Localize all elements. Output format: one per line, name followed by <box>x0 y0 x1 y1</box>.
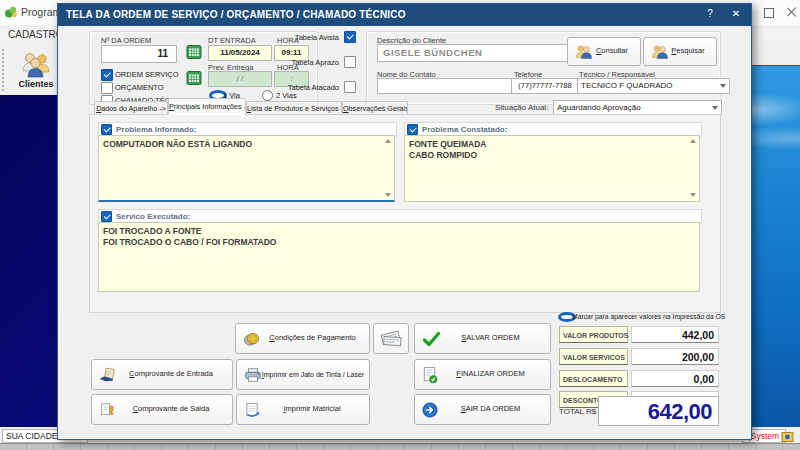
tecnico-select[interactable]: TECNICO F QUADRADO <box>577 78 730 94</box>
scroll-up-icon[interactable] <box>690 139 696 143</box>
chevron-down-icon <box>720 84 726 88</box>
cheque-button[interactable] <box>373 323 409 354</box>
tab-dados-aparelho[interactable]: Dados do Aparelho -> <box>94 101 168 115</box>
cheque-icon <box>379 328 403 349</box>
via2-radio[interactable] <box>262 90 273 101</box>
scroll-down-icon[interactable] <box>385 193 391 197</box>
client-group: Descrição do Cliente GISELE BÜNDCHEN Con… <box>366 31 721 105</box>
imprimir-matricial-button[interactable]: Imprimir Matricial <box>236 394 370 425</box>
hand-give-icon <box>99 402 115 418</box>
problema-constatado-label: Problema Constatado: <box>422 125 507 134</box>
tabela-atacado-checkbox[interactable] <box>344 81 356 93</box>
check-icon <box>422 331 441 346</box>
telefone-field[interactable]: (77)77777-7788 <box>511 78 579 94</box>
situacao-value: Aguardando Aprovação <box>557 103 641 112</box>
pesquisar-label: Pesquisar <box>655 47 704 55</box>
calendar-icon[interactable] <box>186 70 202 90</box>
condicoes-pagamento-button[interactable]: Condições de Pagamento <box>235 323 370 354</box>
document-check-icon <box>422 366 438 383</box>
service-order-dialog: TELA DA ORDEM DE SERVIÇO / ORÇAMENTO / C… <box>57 3 752 440</box>
tabela-aprazo-label: Tabela Aprazo <box>273 58 339 67</box>
salvar-ordem-button[interactable]: SALVAR ORDEM <box>414 323 551 354</box>
calendar-icon[interactable] <box>186 44 202 64</box>
valor-servicos-label: VALOR SERVICOS <box>559 348 628 365</box>
tecnico-value: TECNICO F QUADRADO <box>581 81 673 90</box>
desktop-wallpaper <box>750 65 800 428</box>
total-label: TOTAL R$ <box>559 407 596 416</box>
close-icon[interactable] <box>786 6 798 18</box>
total-value: 642,00 <box>598 396 719 426</box>
help-button[interactable]: ? <box>702 8 718 22</box>
marcar-valores-label: Marcar para aparecer valores na Impressã… <box>572 313 725 320</box>
taskbar[interactable] <box>0 443 800 450</box>
order-number-label: Nº DA ORDEM <box>101 36 151 45</box>
tabela-avista-checkbox[interactable] <box>344 31 356 43</box>
prev-entrega-field[interactable]: / / <box>208 71 272 87</box>
comprovante-saida-button[interactable]: Comprovante de Saida <box>91 394 233 425</box>
mdi-background-left <box>0 95 57 427</box>
chevron-down-icon <box>712 106 718 110</box>
valor-servicos-value[interactable]: 200,00 <box>631 348 719 365</box>
servico-executado-label: Servico Executado: <box>116 212 190 221</box>
situacao-label: Situação Atual: <box>495 103 548 112</box>
order-number-input[interactable]: 11 <box>101 45 177 63</box>
imprimir-matricial-label: Imprimir Matricial <box>265 405 340 413</box>
imprimir-jato-button[interactable]: Imprimir em Jato de Tinta / Laser <box>236 359 370 390</box>
servico-executado-checkbox[interactable] <box>101 211 112 222</box>
ordem-servico-label: ORDEM SERVIÇO <box>115 70 179 79</box>
order-group: Nº DA ORDEM 11 ORDEM SERVIÇO ORÇAMENTO C… <box>89 31 318 105</box>
tab-content-panel: Problema Informado: COMPUTADOR NÃO ESTÁ … <box>89 114 721 313</box>
hand-receive-icon <box>99 367 117 383</box>
dt-entrada-field[interactable]: 11/05/2024 <box>208 45 272 61</box>
cliente-desc-input[interactable]: GISELE BÜNDCHEN <box>377 44 569 62</box>
people-icon <box>575 44 592 59</box>
tabela-aprazo-checkbox[interactable] <box>344 56 356 68</box>
ordem-servico-checkbox[interactable] <box>101 69 113 81</box>
imprimir-jato-label: Imprimir em Jato de Tinta / Laser <box>242 371 364 379</box>
coins-icon <box>243 331 261 347</box>
via2-label: 2 Vias <box>276 91 297 100</box>
finalizar-ordem-button[interactable]: FINALIZAR ORDEM <box>414 359 551 390</box>
salvar-label: SALVAR ORDEM <box>445 334 520 342</box>
consultar-button[interactable]: Consultar <box>567 37 641 66</box>
clients-icon <box>21 52 51 78</box>
sair-label: SAIR DA ORDEM <box>445 405 521 413</box>
tabela-atacado-label: Tabela Atacado <box>273 83 339 92</box>
comprovante-entrada-button[interactable]: Comprovante de Entrada <box>91 359 233 390</box>
problema-informado-label: Problema Informado: <box>116 125 196 134</box>
tab-observacoes[interactable]: Observações Gerais <box>342 101 408 115</box>
problema-constatado-checkbox[interactable] <box>407 124 418 135</box>
people-search-icon <box>651 44 668 59</box>
problema-constatado-textarea[interactable]: FONTE QUEIMADA CABO ROMPIDO <box>404 135 700 202</box>
servico-executado-textarea[interactable]: FOI TROCADO A FONTE FOI TROCADO O CABO /… <box>98 222 700 292</box>
deslocamento-label: DESLOCAMENTO <box>559 370 628 387</box>
consultar-label: Consultar <box>580 47 628 55</box>
situacao-select[interactable]: Aguardando Aprovação <box>553 100 722 115</box>
toolbar-clientes-label: Clientes <box>18 79 53 89</box>
scroll-up-icon[interactable] <box>385 139 391 143</box>
restore-icon[interactable] <box>764 8 774 18</box>
printer-icon <box>244 367 262 382</box>
tab-lista-produtos[interactable]: Lista de Produtos e Serviços -> <box>246 101 342 115</box>
valor-produtos-value[interactable]: 442,00 <box>631 326 719 343</box>
matrix-printer-icon <box>244 402 261 418</box>
problema-informado-textarea[interactable]: COMPUTADOR NÃO ESTÁ LIGANDO <box>98 135 395 202</box>
toolbar-clientes-button[interactable]: Clientes <box>10 47 62 93</box>
dialog-close-button[interactable]: ✕ <box>728 8 744 22</box>
pesquisar-button[interactable]: Pesquisar <box>643 37 717 66</box>
tab-principais-informacoes[interactable]: Principais Informações -> <box>168 98 246 115</box>
finalizar-label: FINALIZAR ORDEM <box>440 370 524 378</box>
problema-informado-checkbox[interactable] <box>101 124 112 135</box>
dialog-titlebar[interactable]: TELA DA ORDEM DE SERVIÇO / ORÇAMENTO / C… <box>58 4 751 26</box>
exit-arrow-icon <box>422 402 438 418</box>
scroll-down-icon[interactable] <box>690 193 696 197</box>
screen: Programa A CADASTROS Clientes SUA CIDAD <box>0 0 800 450</box>
sair-ordem-button[interactable]: SAIR DA ORDEM <box>414 394 551 425</box>
orcamento-checkbox[interactable] <box>101 82 113 94</box>
comprovante-entrada-label: Comprovante de Entrada <box>111 370 213 378</box>
contato-input[interactable] <box>377 78 513 94</box>
deslocamento-value[interactable]: 0,00 <box>631 370 719 387</box>
valor-produtos-label: VALOR PRODUTOS <box>559 326 628 343</box>
toolbar-drag-handle[interactable] <box>2 49 8 91</box>
dialog-title: TELA DA ORDEM DE SERVIÇO / ORÇAMENTO / C… <box>66 9 406 20</box>
